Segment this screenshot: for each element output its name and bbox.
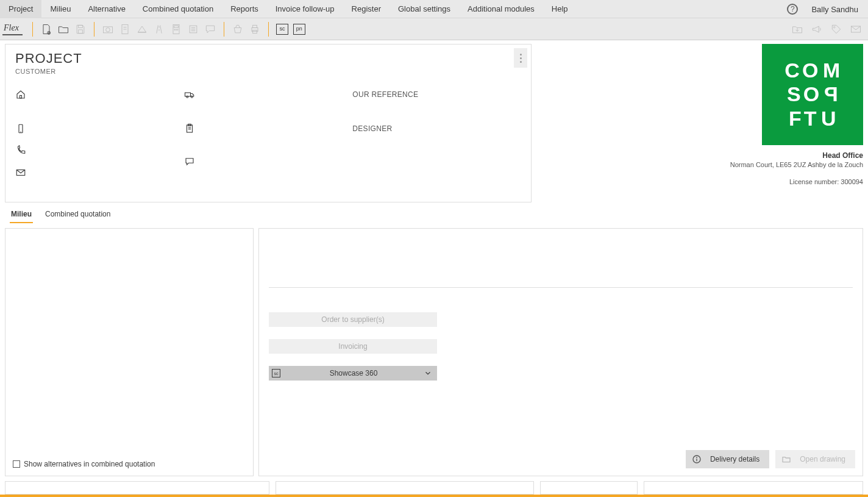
- svg-point-23: [833, 26, 835, 28]
- open-folder-icon[interactable]: [56, 22, 71, 37]
- toolbar-separator: [224, 22, 224, 37]
- basket-icon: [230, 22, 245, 37]
- designer-label: DESIGNER: [352, 124, 392, 133]
- divider: [269, 287, 853, 288]
- delivery-details-button[interactable]: Delivery details: [686, 450, 769, 468]
- tag-icon[interactable]: [829, 22, 844, 37]
- menu-milieu[interactable]: Milieu: [41, 0, 79, 18]
- svg-point-15: [177, 29, 178, 30]
- toolbar-separator: [268, 22, 269, 37]
- order-to-supplier-button: Order to supplier(s): [269, 312, 437, 327]
- license-number: License number: 300094: [536, 178, 863, 185]
- toolbar: Flex sc pn: [0, 18, 868, 40]
- status-cell-4: [644, 481, 863, 495]
- svg-point-30: [186, 96, 188, 98]
- save-icon: [73, 22, 88, 37]
- flex-mode-label[interactable]: Flex: [2, 23, 23, 35]
- accent-bar: [0, 495, 868, 497]
- status-cell-3: [540, 481, 638, 495]
- print-icon: [247, 22, 262, 37]
- sc-button[interactable]: sc: [275, 22, 290, 37]
- clipboard-icon: [184, 123, 195, 134]
- tab-milieu[interactable]: Milieu: [10, 207, 33, 223]
- invoicing-button: Invoicing: [269, 339, 437, 354]
- showcase-360-dropdown[interactable]: sc Showcase 360: [269, 366, 437, 381]
- phone-icon: [15, 145, 26, 156]
- toolbar-separator: [94, 22, 94, 37]
- chevron-down-icon: [424, 369, 432, 377]
- mail-icon: [15, 167, 26, 178]
- kebab-menu[interactable]: [514, 48, 527, 68]
- customer-label: CUSTOMER: [15, 68, 521, 75]
- pn-button[interactable]: pn: [292, 22, 307, 37]
- show-alternatives-label: Show alternatives in combined quotation: [24, 460, 155, 468]
- menubar: Project Milieu Alternative Combined quot…: [0, 0, 868, 18]
- menu-combined-quotation[interactable]: Combined quotation: [134, 0, 222, 18]
- tabs: Milieu Combined quotation: [0, 202, 868, 223]
- our-reference-label: OUR REFERENCE: [352, 90, 418, 99]
- perspective-icon: [135, 22, 149, 37]
- folder-in-icon[interactable]: [790, 22, 805, 37]
- showcase-360-label: Showcase 360: [283, 369, 424, 377]
- project-card: PROJECT CUSTOMER OUR R: [5, 44, 532, 202]
- document-icon: [118, 22, 132, 37]
- mobile-icon: [15, 123, 26, 134]
- menu-project[interactable]: Project: [0, 0, 41, 18]
- project-title: PROJECT: [15, 51, 521, 66]
- svg-point-14: [176, 29, 176, 30]
- show-alternatives-checkbox[interactable]: Show alternatives in combined quotation: [13, 460, 155, 468]
- open-drawing-button: Open drawing: [775, 450, 855, 468]
- svg-rect-22: [253, 30, 257, 33]
- camera-icon: [101, 22, 115, 37]
- toolbar-separator: [32, 22, 33, 37]
- office-name: Head Office: [536, 151, 863, 160]
- svg-point-4: [106, 27, 110, 32]
- help-icon[interactable]: ?: [787, 4, 798, 15]
- mail-icon[interactable]: [848, 22, 863, 37]
- checkbox-icon[interactable]: [13, 460, 20, 468]
- home-icon: [15, 89, 26, 100]
- svg-rect-21: [253, 25, 257, 27]
- office-address: Norman Court, LE65 2UZ Ashby de la Zouch: [536, 161, 863, 168]
- menu-reports[interactable]: Reports: [222, 0, 267, 18]
- megaphone-icon[interactable]: [809, 22, 824, 37]
- milieu-list-panel: Show alternatives in combined quotation: [5, 228, 254, 476]
- menu-global-settings[interactable]: Global settings: [390, 0, 459, 18]
- detail-panel: Order to supplier(s) Invoicing sc Showca…: [258, 228, 863, 476]
- menu-invoice-follow-up[interactable]: Invoice follow-up: [267, 0, 343, 18]
- info-icon: [692, 454, 702, 464]
- company-logo: COM SOP FTU: [762, 44, 863, 145]
- svg-rect-2: [79, 29, 83, 33]
- menu-help[interactable]: Help: [543, 0, 577, 18]
- delivery-details-label: Delivery details: [710, 455, 760, 463]
- tab-combined-quotation[interactable]: Combined quotation: [44, 207, 112, 223]
- new-file-icon[interactable]: [39, 22, 54, 37]
- svg-point-31: [191, 96, 193, 98]
- user-name[interactable]: Bally Sandhu: [805, 5, 864, 14]
- open-drawing-label: Open drawing: [800, 455, 845, 463]
- calculator-icon: [169, 22, 183, 37]
- folder-icon: [781, 454, 791, 464]
- status-bar: [0, 481, 868, 495]
- svg-rect-1: [79, 25, 83, 27]
- status-cell-2: [276, 481, 534, 495]
- svg-rect-25: [20, 96, 22, 99]
- menu-alternative[interactable]: Alternative: [79, 0, 133, 18]
- road-icon: [152, 22, 166, 37]
- chat-icon: [203, 22, 218, 37]
- svg-point-13: [174, 29, 175, 30]
- svg-point-38: [697, 457, 697, 458]
- truck-icon: [184, 89, 195, 100]
- menu-register[interactable]: Register: [343, 0, 390, 18]
- company-info: COM SOP FTU Head Office Norman Court, LE…: [536, 44, 863, 185]
- sc-icon: sc: [269, 366, 283, 381]
- svg-rect-12: [174, 26, 179, 27]
- menu-additional-modules[interactable]: Additional modules: [459, 0, 543, 18]
- list-icon: [186, 22, 201, 37]
- chat-icon: [184, 156, 195, 167]
- status-cell-1: [5, 481, 269, 495]
